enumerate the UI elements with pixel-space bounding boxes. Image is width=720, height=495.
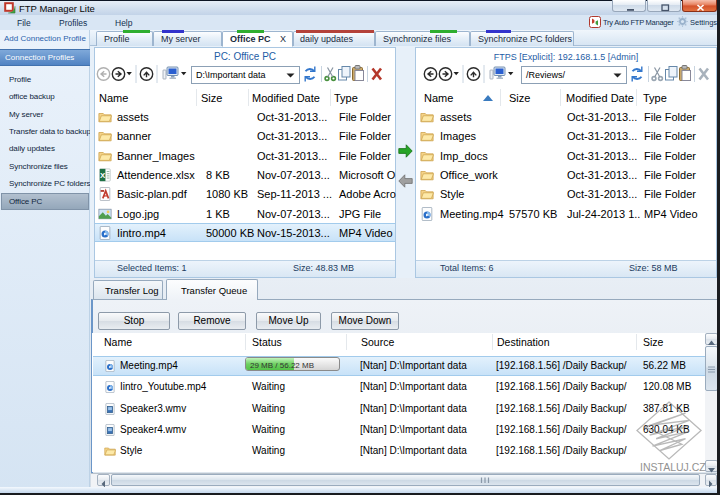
svg-text:X: X bbox=[100, 171, 106, 180]
